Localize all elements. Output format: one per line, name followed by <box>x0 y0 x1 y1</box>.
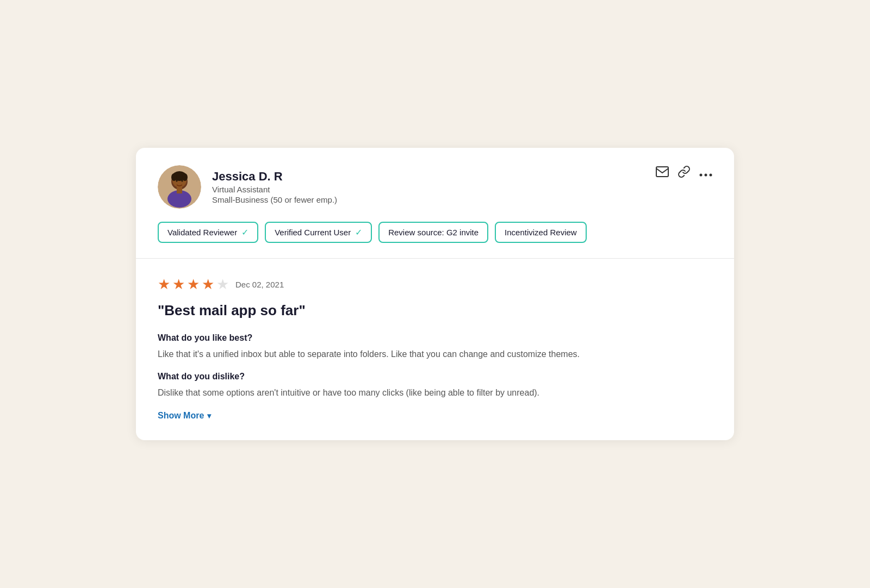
badge-validated-reviewer: Validated Reviewer ✓ <box>158 222 258 243</box>
star-1: ★ <box>158 276 170 293</box>
review-card: Jessica D. R Virtual Assistant Small-Bus… <box>136 148 734 440</box>
review-date: Dec 02, 2021 <box>235 280 284 289</box>
chevron-down-icon: ▾ <box>207 411 211 420</box>
review-section-dislikes: What do you dislike? Dislike that some o… <box>158 372 712 400</box>
reviewer-info: Jessica D. R Virtual Assistant Small-Bus… <box>158 165 337 209</box>
card-header: Jessica D. R Virtual Assistant Small-Bus… <box>136 148 734 258</box>
review-title: "Best mail app so far" <box>158 302 712 320</box>
star-4: ★ <box>202 276 214 293</box>
badge-validated-reviewer-label: Validated Reviewer <box>167 228 237 237</box>
svg-point-5 <box>182 173 188 181</box>
badge-verified-current-user-label: Verified Current User <box>275 228 351 237</box>
svg-rect-7 <box>177 187 182 193</box>
reviewer-title: Virtual Assistant <box>212 185 337 194</box>
avatar <box>158 165 201 209</box>
reviewer-row: Jessica D. R Virtual Assistant Small-Bus… <box>158 165 712 209</box>
svg-point-9 <box>182 180 183 182</box>
star-3: ★ <box>187 276 200 293</box>
email-icon[interactable] <box>656 166 669 179</box>
svg-point-4 <box>171 173 177 181</box>
card-body: ★ ★ ★ ★ ★ Dec 02, 2021 "Best mail app so… <box>136 259 734 440</box>
badge-incentivized-review-label: Incentivized Review <box>505 228 577 237</box>
svg-point-11 <box>700 173 703 176</box>
link-icon[interactable] <box>678 165 691 180</box>
show-more-button[interactable]: Show More ▾ <box>158 411 712 421</box>
more-options-icon[interactable] <box>699 166 712 180</box>
reviewer-name: Jessica D. R <box>212 170 337 184</box>
svg-point-8 <box>176 180 178 182</box>
star-2: ★ <box>172 276 185 293</box>
header-actions <box>656 165 712 180</box>
review-answer-dislikes: Dislike that some options aren't intuiti… <box>158 386 712 400</box>
badges-row: Validated Reviewer ✓ Verified Current Us… <box>158 222 712 243</box>
badge-verified-current-user: Verified Current User ✓ <box>265 222 372 243</box>
review-section-likes: What do you like best? Like that it's a … <box>158 333 712 361</box>
badge-incentivized-review: Incentivized Review <box>495 222 587 243</box>
reviewer-company: Small-Business (50 or fewer emp.) <box>212 195 337 204</box>
badge-review-source: Review source: G2 invite <box>378 222 488 243</box>
validated-reviewer-check-icon: ✓ <box>241 227 248 237</box>
svg-rect-10 <box>656 167 668 177</box>
star-rating: ★ ★ ★ ★ ★ <box>158 276 229 293</box>
verified-user-check-icon: ✓ <box>355 227 362 237</box>
svg-point-12 <box>705 173 707 176</box>
review-question-likes: What do you like best? <box>158 333 712 343</box>
svg-point-13 <box>710 173 712 176</box>
show-more-label: Show More <box>158 411 204 421</box>
star-5: ★ <box>216 276 229 293</box>
review-question-dislikes: What do you dislike? <box>158 372 712 381</box>
reviewer-details: Jessica D. R Virtual Assistant Small-Bus… <box>212 170 337 204</box>
stars-row: ★ ★ ★ ★ ★ Dec 02, 2021 <box>158 276 712 293</box>
badge-review-source-label: Review source: G2 invite <box>388 228 478 237</box>
review-answer-likes: Like that it's a unified inbox but able … <box>158 347 712 361</box>
